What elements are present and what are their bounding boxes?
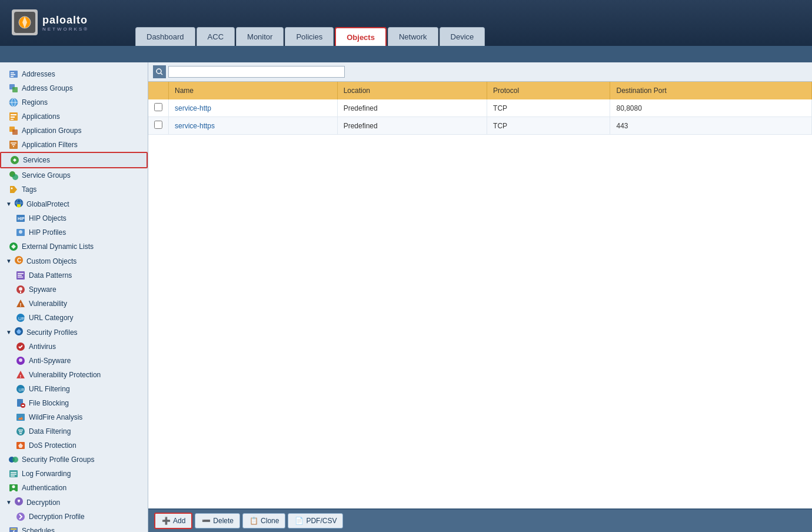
- sidebar-item-tags[interactable]: Tags: [0, 182, 148, 197]
- sidebar-item-url-filtering[interactable]: URL URL Filtering: [0, 382, 148, 396]
- sidebar-item-schedules[interactable]: Schedules: [0, 524, 148, 532]
- svg-point-33: [19, 230, 22, 234]
- logo-text: paloalto: [42, 14, 89, 26]
- sidebar-icon-sec-profile-groups: [8, 454, 19, 465]
- row-dest-port: 443: [610, 117, 812, 135]
- sidebar-icon-data-pattern: [15, 270, 26, 281]
- service-link-0[interactable]: service-http: [175, 104, 211, 112]
- sidebar-item-antivirus[interactable]: Antivirus: [0, 340, 148, 354]
- svg-point-24: [12, 174, 18, 180]
- sidebar-item-label: Anti-Spyware: [29, 357, 71, 365]
- nav-tab-policies[interactable]: Policies: [285, 27, 334, 46]
- sidebar-item-hip-objects[interactable]: HIP HIP Objects: [0, 211, 148, 225]
- sidebar-item-label: URL Filtering: [29, 385, 70, 393]
- sidebar-item-file-blocking[interactable]: File Blocking: [0, 396, 148, 410]
- sidebar-item-log-forwarding[interactable]: Log Forwarding: [0, 467, 148, 481]
- svg-line-80: [161, 73, 162, 75]
- add-button[interactable]: ➕Add: [154, 513, 192, 529]
- sidebar-item-anti-spyware[interactable]: Anti-Spyware: [0, 354, 148, 368]
- clone-button-label: Clone: [261, 517, 279, 525]
- subheader: [0, 46, 812, 62]
- row-checkbox-cell[interactable]: [148, 117, 169, 135]
- sidebar-icon-ext-dynamic: [8, 241, 19, 252]
- sidebar-item-application-filters[interactable]: Application Filters: [0, 138, 148, 152]
- svg-rect-63: [19, 433, 22, 434]
- svg-point-79: [157, 69, 161, 74]
- sidebar-item-label: File Blocking: [29, 399, 69, 407]
- sidebar-item-dos-protection[interactable]: DoS Protection: [0, 438, 148, 453]
- sidebar-icon-vuln-protection: !: [15, 370, 26, 380]
- sidebar-group-icon: [14, 497, 24, 508]
- sidebar-item-label: DoS Protection: [29, 441, 76, 450]
- sidebar-item-regions[interactable]: Regions: [0, 95, 148, 109]
- services-table: Name Location Protocol Destination Port …: [148, 82, 812, 135]
- sidebar-item-custom-objects[interactable]: ▼ C Custom Objects: [0, 254, 148, 268]
- row-name[interactable]: service-https: [169, 117, 338, 135]
- svg-rect-43: [20, 291, 21, 293]
- delete-button-icon: ➖: [201, 516, 211, 526]
- sidebar-item-hip-profiles[interactable]: HIP Profiles: [0, 225, 148, 240]
- sidebar-item-security-profile-groups[interactable]: Security Profile Groups: [0, 453, 148, 467]
- sidebar-item-spyware[interactable]: Spyware: [0, 282, 148, 297]
- search-button[interactable]: [153, 65, 166, 78]
- sidebar-item-vulnerability[interactable]: ! Vulnerability: [0, 297, 148, 311]
- sidebar-item-label: Data Filtering: [29, 427, 71, 435]
- sidebar-item-globalprotect[interactable]: ▼ GlobalProtect: [0, 197, 148, 211]
- sidebar-item-label: Antivirus: [29, 343, 56, 351]
- sidebar-icon-wildfire: [15, 412, 26, 423]
- sidebar-item-label: Address Groups: [22, 84, 73, 92]
- sidebar-item-address-groups[interactable]: Address Groups: [0, 81, 148, 95]
- sidebar-icon-log-forwarding: [8, 468, 19, 479]
- sidebar-item-label: Regions: [22, 98, 48, 107]
- svg-rect-76: [11, 528, 16, 530]
- sidebar-item-label: Security Profiles: [26, 328, 78, 337]
- row-name[interactable]: service-http: [169, 99, 338, 117]
- sidebar-item-data-patterns[interactable]: Data Patterns: [0, 268, 148, 282]
- sidebar-item-application-groups[interactable]: Application Groups: [0, 124, 148, 138]
- sidebar-item-data-filtering[interactable]: Data Filtering: [0, 424, 148, 438]
- sidebar-item-applications[interactable]: Applications: [0, 109, 148, 124]
- sidebar-item-authentication[interactable]: Authentication: [0, 481, 148, 495]
- nav-tab-network[interactable]: Network: [388, 27, 438, 46]
- sidebar-item-decryption[interactable]: ▼ Decryption: [0, 495, 148, 510]
- nav-tab-objects[interactable]: Objects: [335, 27, 387, 46]
- sidebar-item-decryption-profile[interactable]: Decryption Profile: [0, 510, 148, 524]
- nav-tab-dashboard[interactable]: Dashboard: [135, 27, 195, 46]
- sidebar-icon-authentication: [8, 483, 19, 493]
- expand-arrow: ▼: [6, 201, 12, 207]
- clone-button[interactable]: 📋Clone: [242, 513, 285, 528]
- sidebar-item-services[interactable]: Services: [0, 152, 148, 168]
- row-protocol: TCP: [487, 117, 610, 135]
- sidebar-icon-file-blocking: [15, 398, 26, 408]
- sidebar-item-label: Vulnerability Protection: [29, 371, 101, 379]
- row-location: Predefined: [337, 99, 487, 117]
- nav-tab-acc[interactable]: ACC: [197, 27, 235, 46]
- sidebar-item-service-groups[interactable]: Service Groups: [0, 168, 148, 182]
- nav-tab-device[interactable]: Device: [440, 27, 485, 46]
- sidebar-item-vulnerability-protection[interactable]: ! Vulnerability Protection: [0, 368, 148, 382]
- sidebar-item-security-profiles[interactable]: ▼ Security Profiles: [0, 325, 148, 340]
- row-checkbox-0[interactable]: [154, 103, 162, 111]
- sidebar-icon-spyware: [15, 284, 26, 295]
- svg-rect-62: [19, 431, 22, 433]
- sidebar-item-url-category[interactable]: URL URL Category: [0, 311, 148, 325]
- svg-point-66: [12, 457, 18, 463]
- row-checkbox-1[interactable]: [154, 121, 162, 129]
- search-input[interactable]: [168, 66, 345, 78]
- sidebar-item-addresses[interactable]: Addresses: [0, 67, 148, 81]
- clone-button-icon: 📋: [249, 516, 258, 526]
- nav-tab-monitor[interactable]: Monitor: [236, 27, 284, 46]
- delete-button[interactable]: ➖Delete: [195, 513, 240, 528]
- pdfcsv-button[interactable]: 📄PDF/CSV: [288, 513, 343, 528]
- row-checkbox-cell[interactable]: [148, 99, 169, 117]
- sidebar-item-wildfire-analysis[interactable]: WildFire Analysis: [0, 410, 148, 424]
- pdfcsv-button-icon: 📄: [294, 516, 304, 526]
- sidebar-group-icon: [14, 198, 24, 210]
- service-link-1[interactable]: service-https: [175, 122, 215, 130]
- sidebar-item-label: Services: [23, 156, 50, 164]
- svg-rect-17: [12, 129, 18, 135]
- col-location: Location: [337, 82, 487, 99]
- svg-rect-5: [11, 74, 15, 75]
- col-protocol: Protocol: [487, 82, 610, 99]
- sidebar-item-external-dynamic-lists[interactable]: External Dynamic Lists: [0, 240, 148, 254]
